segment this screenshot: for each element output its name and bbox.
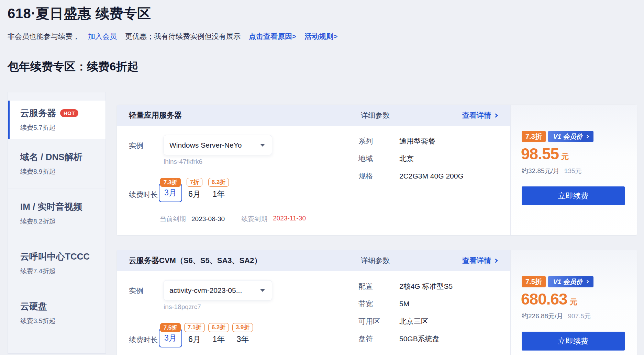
renewal-promo-page: 618·夏日盛惠 续费专区 非会员也能参与续费， 加入会员 更优惠；我有待续费实…	[0, 0, 644, 355]
duration-options: 7.3折 3月 7折 6月 6.2折 1年	[159, 178, 230, 202]
member-price-label: V1 会员价	[553, 277, 583, 286]
activity-rules-link[interactable]: 活动规则>	[304, 32, 337, 41]
spec-label: 可用区	[358, 317, 399, 326]
member-price-badge[interactable]: V1 会员价	[548, 131, 594, 142]
spec-label: 配置	[358, 282, 399, 291]
duration-label: 续费时长	[129, 335, 158, 345]
spec-value: 北京三区	[399, 317, 428, 326]
duration-option[interactable]: 6.2折 1年	[207, 323, 230, 347]
spec-value: 北京	[399, 154, 414, 163]
discount-tag: 6.2折	[208, 178, 229, 187]
discount-tag: 7折	[187, 178, 202, 187]
price-number: 680.63	[521, 290, 567, 308]
instance-select-value: activity-cvm-2023-05...	[169, 286, 260, 295]
instance-select[interactable]: activity-cvm-2023-05...	[164, 280, 272, 300]
join-member-link[interactable]: 加入会员	[88, 32, 117, 41]
renew-now-button[interactable]: 立即续费	[522, 186, 625, 205]
sidebar-item-label: 云呼叫中心TCCC	[20, 251, 90, 263]
instance-label: 实例	[129, 141, 143, 150]
discount-tag: 6.2折	[208, 323, 229, 332]
price-subline: 约32.85元/月 135元	[522, 167, 582, 175]
spec-list: 系列 通用型套餐 地域 北京 规格 2C2G3M 40G 200G	[358, 137, 464, 190]
sidebar-item-1[interactable]: 云服务器 HOT 续费5.7折起	[8, 101, 106, 139]
duration-option[interactable]: 7折 6月	[183, 178, 206, 202]
sidebar-item-4[interactable]: 云呼叫中心TCCC 续费7.4折起	[8, 238, 106, 288]
sidebar-item-label: 云硬盘	[20, 300, 47, 312]
price-unit: 元	[561, 152, 569, 162]
sidebar-item-discount: 续费8.2折起	[20, 217, 106, 226]
category-sidebar: 云服务器 HOT 续费5.7折起 域名 / DNS解析 续费8.9折起 IM /…	[8, 92, 106, 354]
original-price: 907.5元	[568, 312, 591, 321]
cards: 轻量应用服务器 详细参数 查看详情 实例 Windows Server-NeYo…	[117, 105, 637, 355]
member-price-label: V1 会员价	[553, 132, 583, 141]
per-month-price: 约226.88元/月	[522, 312, 563, 321]
original-price: 135元	[564, 167, 582, 175]
chevron-right-icon	[586, 280, 589, 284]
price-panel: 7.3折 V1 会员价 98.55 元 约32.85元/月 135元 立即续费	[510, 105, 637, 235]
duration-term: 1年	[207, 186, 230, 202]
product-title: 云服务器CVM（S6、S5、SA3、SA2）	[129, 255, 262, 266]
duration-term: 6月	[183, 186, 206, 202]
duration-term: 3年	[231, 331, 254, 347]
hot-badge: HOT	[60, 109, 78, 117]
instance-label: 实例	[129, 286, 143, 296]
card-header: 轻量应用服务器 详细参数 查看详情	[117, 105, 510, 126]
product-card: 云服务器CVM（S6、S5、SA3、SA2） 详细参数 查看详情 实例 acti…	[117, 250, 637, 355]
current-expiry-label: 当前到期	[160, 215, 186, 224]
chevron-right-icon	[586, 135, 589, 138]
duration-option[interactable]: 7.5折 3月	[159, 323, 182, 347]
instance-id: lhins-47fkfrk6	[164, 158, 202, 165]
discount-tag: 3.9折	[232, 323, 253, 332]
page-title: 618·夏日盛惠 续费专区	[8, 4, 151, 23]
sidebar-item-5[interactable]: 云硬盘 续费3.5折起	[8, 288, 106, 338]
instance-select[interactable]: Windows Server-NeYo	[164, 135, 272, 155]
subtitle-text-2: 更优惠；我有待续费实例但没有展示	[125, 32, 241, 41]
duration-option[interactable]: 7.1折 6月	[183, 323, 206, 347]
renew-expiry-group: 续费到期 2023-11-30	[241, 215, 306, 224]
price-number: 98.55	[521, 145, 559, 163]
spec-row: 盘符 50GB系统盘	[358, 335, 453, 343]
spec-row: 系列 通用型套餐	[358, 137, 464, 145]
spec-row: 配置 2核4G 标准型S5	[358, 282, 453, 290]
renew-now-button[interactable]: 立即续费	[522, 332, 625, 351]
duration-option[interactable]: 6.2折 1年	[207, 178, 230, 202]
sidebar-item-title-row: 云硬盘	[20, 300, 106, 312]
sidebar-item-title-row: 云呼叫中心TCCC	[20, 251, 106, 263]
member-price-badge[interactable]: V1 会员价	[548, 276, 594, 287]
sidebar-item-3[interactable]: IM / 实时音视频 续费8.2折起	[8, 188, 106, 238]
price-amount: 98.55 元	[521, 145, 569, 163]
view-details-link[interactable]: 查看详情	[462, 256, 497, 265]
spec-label: 带宽	[358, 299, 399, 309]
discount-tag: 7.3折	[160, 178, 181, 187]
card-header: 云服务器CVM（S6、S5、SA3、SA2） 详细参数 查看详情	[117, 250, 510, 271]
price-subline: 约226.88元/月 907.5元	[522, 312, 591, 321]
discount-badge: 7.5折	[522, 276, 546, 287]
sidebar-item-discount: 续费8.9折起	[20, 167, 106, 176]
section-title: 包年续费专区：续费6折起	[8, 59, 138, 75]
renew-expiry-date: 2023-11-30	[273, 215, 306, 224]
price-unit: 元	[570, 297, 577, 307]
current-expiry-date: 2023-08-30	[191, 215, 225, 223]
duration-option[interactable]: 3.9折 3年	[231, 323, 254, 347]
per-month-price: 约32.85元/月	[522, 167, 559, 175]
price-badges: 7.3折 V1 会员价	[522, 131, 593, 142]
renew-expiry-label: 续费到期	[241, 215, 267, 224]
chevron-right-icon	[493, 113, 498, 118]
sidebar-item-title-row: 域名 / DNS解析	[20, 151, 106, 163]
spec-row: 可用区 北京三区	[358, 317, 453, 325]
view-details-link[interactable]: 查看详情	[462, 111, 497, 120]
sidebar-item-title-row: 云服务器 HOT	[20, 107, 106, 119]
discount-tag: 7.5折	[160, 323, 181, 332]
spec-value: 50GB系统盘	[399, 334, 440, 344]
sidebar-list: 云服务器 HOT 续费5.7折起 域名 / DNS解析 续费8.9折起 IM /…	[8, 101, 106, 338]
sidebar-item-2[interactable]: 域名 / DNS解析 续费8.9折起	[8, 139, 106, 188]
instance-id: ins-18pqzrc7	[164, 303, 201, 311]
spec-row: 地域 北京	[358, 154, 464, 163]
spec-row: 带宽 5M	[358, 300, 453, 308]
product-card: 轻量应用服务器 详细参数 查看详情 实例 Windows Server-NeYo…	[117, 105, 637, 235]
sidebar-item-label: 域名 / DNS解析	[20, 151, 82, 163]
view-reason-link[interactable]: 点击查看原因>	[249, 32, 296, 41]
price-panel: 7.5折 V1 会员价 680.63 元 约226.88元/月 907.5元 立…	[510, 250, 637, 355]
spec-value: 5M	[399, 300, 409, 308]
duration-option[interactable]: 7.3折 3月	[159, 178, 182, 202]
